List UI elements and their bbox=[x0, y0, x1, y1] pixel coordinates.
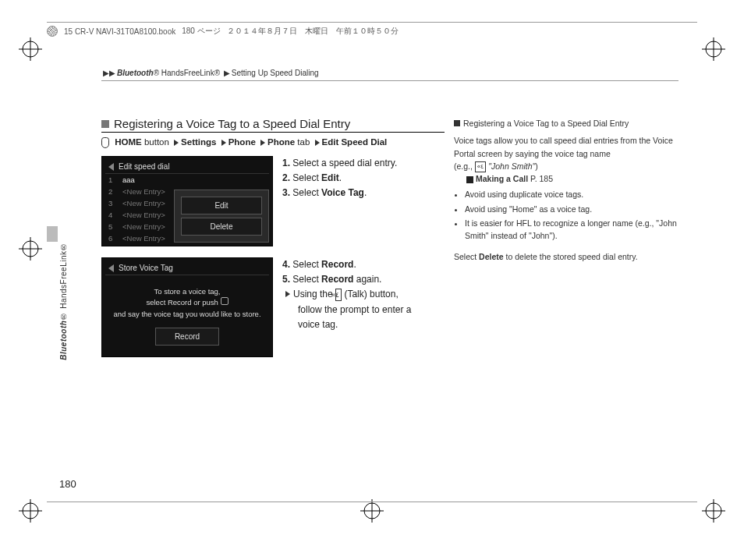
sidebar-bullet: Avoid using duplicate voice tags. bbox=[465, 188, 680, 200]
device-popup-delete: Delete bbox=[181, 218, 262, 236]
arrow-icon bbox=[285, 291, 290, 297]
crop-mark-icon bbox=[702, 37, 725, 61]
note-marker-icon bbox=[454, 120, 460, 126]
print-header: 15 CR-V NAVI-31T0A8100.book 180 ページ ２０１４… bbox=[47, 22, 697, 37]
sidebar-notes: Registering a Voice Tag to a Speed Dial … bbox=[454, 117, 680, 263]
section-title-text: Registering a Voice Tag to a Speed Dial … bbox=[114, 117, 350, 130]
crossref-icon bbox=[466, 176, 473, 183]
speed-dial-row: 1aaa bbox=[105, 174, 269, 186]
breadcrumb-part: Bluetooth bbox=[117, 69, 154, 77]
crop-mark-icon bbox=[19, 237, 42, 261]
back-icon bbox=[108, 163, 114, 171]
device-record-button: Record bbox=[155, 328, 219, 346]
device-popup: Edit Delete bbox=[174, 190, 269, 243]
print-header-page: 180 ページ bbox=[182, 26, 220, 37]
print-header-filename: 15 CR-V NAVI-31T0A8100.book bbox=[64, 27, 175, 36]
sidebar-paragraph: Voice tags allow you to call speed dial … bbox=[454, 134, 680, 160]
arrow-icon bbox=[260, 140, 265, 146]
device-screenshot-store-voice-tag: Store Voice Tag To store a voice tag, se… bbox=[101, 257, 273, 357]
back-icon bbox=[108, 264, 114, 272]
device-screen-title: Store Voice Tag bbox=[119, 264, 173, 272]
section-marker-icon bbox=[101, 120, 109, 128]
side-tab-marker bbox=[47, 226, 58, 242]
footer-rule bbox=[47, 502, 697, 502]
crop-mark-icon bbox=[19, 499, 42, 523]
sidebar-bullet: It is easier for HFL to recognize a long… bbox=[465, 217, 680, 243]
sidebar-title: Registering a Voice Tag to a Speed Dial … bbox=[454, 117, 680, 129]
device-popup-edit: Edit bbox=[181, 197, 262, 214]
instruction-steps: 1. Select a speed dial entry. 2. Select … bbox=[282, 156, 397, 246]
side-tab-label: Bluetooth® HandsFreeLink® bbox=[59, 242, 68, 360]
page-number: 180 bbox=[59, 478, 76, 490]
sidebar-bullet: Avoid using "Home" as a voice tag. bbox=[465, 203, 680, 215]
sidebar-crossref: Making a Call P. 185 bbox=[454, 172, 680, 185]
arrow-icon bbox=[174, 140, 179, 146]
voice-icon bbox=[101, 137, 109, 148]
talk-icon: «٤ bbox=[475, 161, 486, 172]
crop-mark-icon bbox=[702, 499, 725, 523]
section-title: Registering a Voice Tag to a Speed Dial … bbox=[101, 117, 445, 133]
print-header-date: ２０１４年８月７日 木曜日 午前１０時５０分 bbox=[227, 26, 399, 37]
device-screen-title: Edit speed dial bbox=[119, 162, 170, 171]
sidebar-bullets: Avoid using duplicate voice tags. Avoid … bbox=[454, 188, 680, 242]
breadcrumb: ▶▶Bluetooth® HandsFreeLink® ▶Setting Up … bbox=[101, 69, 678, 81]
breadcrumb-part: Setting Up Speed Dialing bbox=[232, 69, 319, 77]
crop-mark-icon bbox=[360, 499, 384, 523]
talk-icon bbox=[221, 297, 229, 305]
crop-mark-icon bbox=[19, 37, 42, 61]
navigation-path: HOME button Settings Phone Phone tab Edi… bbox=[101, 137, 445, 148]
sidebar-example: (e.g., «٤ "John Smith") bbox=[454, 160, 680, 172]
talk-icon: «٤ bbox=[335, 289, 342, 301]
breadcrumb-part: HandsFreeLink® bbox=[161, 69, 220, 77]
sidebar-paragraph: Select Delete to delete the stored speed… bbox=[454, 250, 680, 263]
instruction-steps: 4. Select Record. 5. Select Record again… bbox=[282, 257, 411, 357]
print-header-ornament-icon bbox=[47, 26, 58, 37]
device-screenshot-edit-speed-dial: Edit speed dial 1aaa 2<New Entry> 3<New … bbox=[101, 156, 273, 246]
arrow-icon bbox=[315, 140, 320, 146]
arrow-icon bbox=[221, 140, 226, 146]
